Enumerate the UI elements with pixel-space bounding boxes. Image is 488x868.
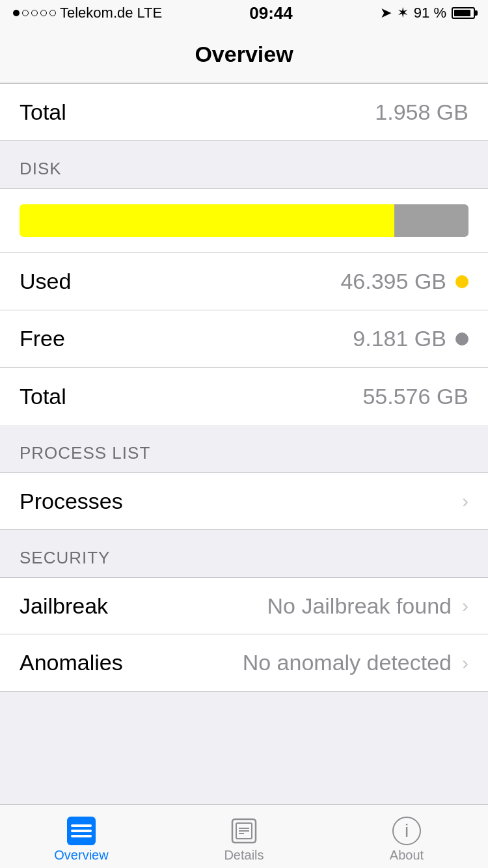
disk-total-row: Total 55.576 GB — [0, 368, 488, 425]
disk-section-header: DISK — [0, 141, 488, 188]
processes-label: Processes — [20, 489, 123, 514]
processes-row[interactable]: Processes › — [0, 472, 488, 530]
disk-bar-container — [0, 188, 488, 253]
jailbreak-label: Jailbreak — [20, 593, 108, 619]
tab-about-label: About — [390, 848, 424, 863]
battery-fill — [454, 10, 470, 16]
dot-1 — [13, 10, 20, 16]
disk-free-row: Free 9.181 GB — [0, 310, 488, 368]
signal-dots — [13, 10, 56, 16]
total-value: 1.958 GB — [375, 100, 468, 125]
status-time: 09:44 — [249, 3, 293, 23]
page-title: Overview — [195, 42, 293, 67]
free-value: 9.181 GB — [353, 326, 446, 351]
free-dot — [455, 332, 468, 346]
about-icon: i — [392, 817, 421, 845]
dot-4 — [40, 10, 47, 16]
total-ram-row: Total 1.958 GB — [0, 83, 488, 141]
battery-icon — [452, 7, 475, 19]
dot-5 — [49, 10, 56, 16]
jailbreak-right: No Jailbreak found › — [267, 593, 468, 619]
used-value: 46.395 GB — [340, 269, 446, 294]
tab-about[interactable]: i About — [325, 810, 488, 863]
tab-spacer — [0, 692, 488, 757]
free-label: Free — [20, 326, 65, 351]
anomalies-row[interactable]: Anomalies No anomaly detected › — [0, 634, 488, 692]
process-section-header: PROCESS LIST — [0, 425, 488, 472]
tab-details[interactable]: Details — [163, 810, 325, 863]
used-label: Used — [20, 269, 71, 294]
anomalies-chevron: › — [462, 652, 468, 674]
status-left: Telekom.de LTE — [13, 5, 162, 21]
processes-chevron: › — [462, 490, 468, 512]
jailbreak-row[interactable]: Jailbreak No Jailbreak found › — [0, 577, 488, 634]
disk-total-right: 55.576 GB — [362, 384, 468, 409]
details-icon — [230, 817, 258, 845]
used-right: 46.395 GB — [340, 269, 468, 294]
anomalies-value: No anomaly detected — [243, 650, 452, 675]
tab-bar: Overview Details i About — [0, 804, 488, 868]
total-label: Total — [20, 100, 66, 125]
free-right: 9.181 GB — [353, 326, 468, 351]
disk-used-row: Used 46.395 GB — [0, 253, 488, 310]
anomalies-right: No anomaly detected › — [243, 650, 468, 675]
status-bar: Telekom.de LTE 09:44 ➤ ✶ 91 % — [0, 0, 488, 26]
tab-overview-label: Overview — [54, 848, 108, 863]
jailbreak-chevron: › — [462, 595, 468, 617]
used-dot — [455, 275, 468, 288]
nav-bar: Overview — [0, 26, 488, 83]
disk-bar — [20, 204, 468, 237]
dot-2 — [22, 10, 29, 16]
network-type: LTE — [137, 5, 163, 21]
battery-percent: 91 % — [414, 5, 446, 21]
dot-3 — [31, 10, 38, 16]
jailbreak-value: No Jailbreak found — [267, 593, 452, 619]
bluetooth-icon: ✶ — [397, 5, 409, 21]
disk-total-value: 55.576 GB — [362, 384, 468, 409]
details-icon-svg — [230, 817, 258, 845]
overview-icon — [67, 817, 96, 845]
tab-overview[interactable]: Overview — [0, 810, 163, 863]
main-content: Total 1.958 GB DISK Used 46.395 GB Free … — [0, 83, 488, 757]
anomalies-label: Anomalies — [20, 650, 123, 675]
security-section-header: SECURITY — [0, 530, 488, 577]
status-right: ➤ ✶ 91 % — [380, 5, 475, 21]
disk-used-bar — [20, 204, 394, 237]
location-icon: ➤ — [380, 5, 392, 21]
tab-details-label: Details — [224, 848, 264, 863]
carrier-name: Telekom.de — [60, 5, 133, 21]
disk-free-bar — [394, 204, 468, 237]
disk-stats: Used 46.395 GB Free 9.181 GB Total 55.57… — [0, 253, 488, 425]
disk-total-label: Total — [20, 384, 66, 409]
